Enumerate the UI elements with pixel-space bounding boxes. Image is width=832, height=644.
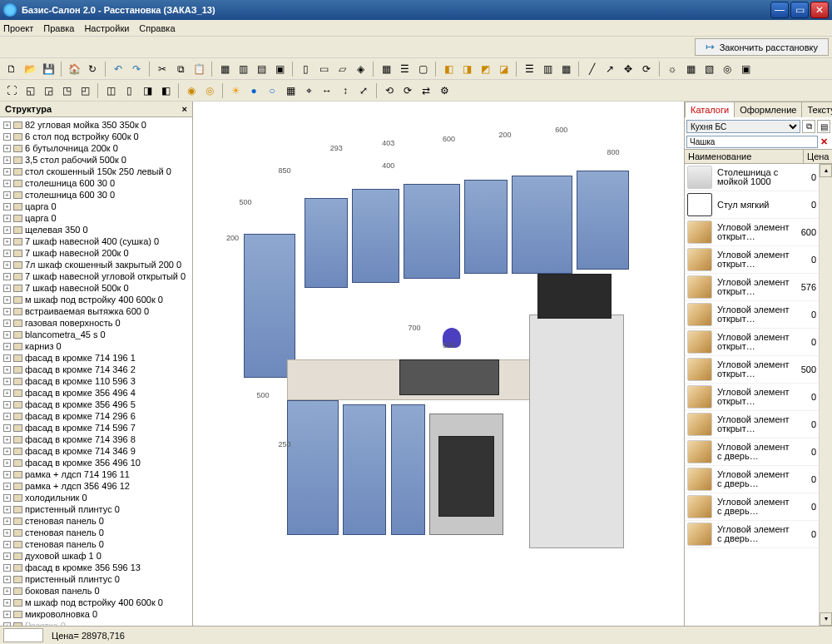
dim1-icon[interactable]: ↔ (319, 82, 335, 99)
cube-c-icon[interactable]: ◩ (477, 61, 493, 77)
tool-d-icon[interactable]: ▣ (271, 61, 288, 77)
flip-icon[interactable]: ⇄ (418, 82, 434, 99)
expand-icon[interactable]: + (3, 389, 11, 397)
open-icon[interactable]: 📂 (22, 61, 38, 77)
expand-icon[interactable]: + (3, 331, 11, 339)
expand-icon[interactable]: + (3, 308, 11, 315)
cube2-icon[interactable]: ◲ (40, 82, 57, 99)
light-icon[interactable]: ☼ (664, 61, 681, 77)
panel2-icon[interactable]: ▦ (557, 61, 574, 77)
cut-icon[interactable]: ✂ (154, 61, 171, 77)
dim2-icon[interactable]: ↕ (337, 82, 354, 99)
expand-icon[interactable]: + (3, 133, 11, 141)
tree-item[interactable]: +пристенный плинтус 0 (0, 573, 192, 585)
tree-item[interactable]: +стеновая панель 0 (0, 527, 192, 538)
view-top-icon[interactable]: ▱ (334, 61, 350, 77)
panel-icon[interactable]: ▥ (539, 61, 556, 77)
tree-item[interactable]: +фасад в кромке 356 496 10 (0, 457, 192, 468)
undo-icon[interactable]: ↶ (110, 61, 126, 77)
catalog-item[interactable]: Угловой элемент открыт…576 (685, 274, 819, 301)
catalog-item[interactable]: Угловой элемент открыт…0 (685, 301, 819, 329)
expand-icon[interactable]: + (3, 471, 11, 478)
dot2-icon[interactable]: ○ (264, 82, 280, 99)
outline-icon[interactable]: ▢ (414, 61, 431, 77)
tree-item[interactable]: +рамка + лдсп 356 496 12 (0, 480, 192, 492)
catalog-item[interactable]: Угловой элемент открыт…0 (685, 384, 819, 411)
col-price[interactable]: Цена (804, 150, 832, 163)
tool-x-icon[interactable]: ◎ (719, 61, 735, 77)
catalog-item[interactable]: Стул мягкий0 (685, 191, 819, 219)
expand-icon[interactable]: + (3, 413, 11, 420)
view-front-icon[interactable]: ▯ (297, 61, 314, 77)
catalog-item[interactable]: Угловой элемент открыт…0 (685, 246, 819, 274)
expand-icon[interactable]: + (3, 587, 11, 595)
color-icon[interactable]: ▧ (701, 61, 717, 77)
tree-item[interactable]: +фасад в кромке 714 596 7 (0, 422, 192, 433)
tree-item[interactable]: +фасад в кромке 110 596 3 (0, 375, 192, 387)
expand-icon[interactable]: + (3, 552, 11, 560)
expand-icon[interactable]: + (3, 145, 11, 152)
expand-icon[interactable]: + (3, 180, 11, 187)
expand-icon[interactable]: + (3, 168, 11, 176)
cube-a-icon[interactable]: ◧ (440, 61, 457, 77)
scroll-down-icon[interactable]: ▾ (820, 612, 832, 626)
viewport-3d[interactable]: 293 403 600 200 600 800 850 400 500 200 … (193, 102, 684, 626)
tab-catalogs[interactable]: Каталоги (685, 102, 735, 117)
menu-project[interactable]: Проект (3, 23, 33, 33)
expand-icon[interactable]: + (3, 564, 11, 572)
expand-icon[interactable]: + (3, 401, 11, 409)
refresh-icon[interactable]: ↻ (84, 61, 101, 77)
redo-icon[interactable]: ↷ (128, 61, 145, 77)
menu-help[interactable]: Справка (139, 23, 175, 33)
scroll-up-icon[interactable]: ▴ (820, 164, 832, 177)
sun-icon[interactable]: ☀ (227, 82, 244, 99)
cubes-b-icon[interactable]: ▯ (121, 82, 137, 99)
tree-item[interactable]: +боковая панель 0 (0, 585, 192, 597)
tree-item[interactable]: +фасад в кромке 714 346 2 (0, 364, 192, 375)
expand-icon[interactable]: + (3, 436, 11, 443)
expand-icon[interactable]: + (3, 261, 11, 269)
catalog-select[interactable]: Кухня БС (686, 120, 800, 133)
expand-icon[interactable]: + (3, 121, 11, 129)
tree-item[interactable]: +царга 0 (0, 201, 192, 212)
expand-icon[interactable]: + (3, 354, 11, 362)
tree-item[interactable]: +Розетка 0 (0, 620, 192, 626)
expand-icon[interactable]: + (3, 156, 11, 164)
zoom-fit-icon[interactable]: ⛶ (3, 82, 20, 99)
tree-item[interactable]: +рамка + лдсп 714 196 11 (0, 468, 192, 480)
tree-item[interactable]: +встраиваемая вытяжка 600 0 (0, 305, 192, 317)
layers-icon[interactable]: ☰ (396, 61, 413, 77)
list-view-icon[interactable]: ▤ (817, 120, 830, 133)
expand-icon[interactable]: + (3, 191, 11, 199)
catalog-item[interactable]: Угловой элемент открыт…500 (685, 356, 819, 384)
tree-item[interactable]: +пристенный плинтус 0 (0, 503, 192, 515)
tree-item[interactable]: +фасад в кромке 356 596 13 (0, 562, 192, 573)
clear-search-icon[interactable]: ✕ (818, 136, 830, 147)
tree-item[interactable]: +7 шкаф навесной 400 (сушка) 0 (0, 235, 192, 247)
rot2-icon[interactable]: ⟳ (399, 82, 416, 99)
tree-item[interactable]: +м шкаф под встройку 400 600к 0 (0, 294, 192, 305)
expand-icon[interactable]: + (3, 215, 11, 222)
expand-icon[interactable]: + (3, 459, 11, 467)
tree-item[interactable]: +фасад в кромке 356 496 5 (0, 399, 192, 410)
expand-icon[interactable]: + (3, 285, 11, 292)
catalog-search-input[interactable] (686, 136, 818, 148)
cubes-d-icon[interactable]: ◧ (157, 82, 174, 99)
tree-item[interactable]: +фасад в кромке 714 346 9 (0, 445, 192, 457)
tree-item[interactable]: +столешница 600 30 0 (0, 189, 192, 201)
tree-item[interactable]: +7л шкаф скошенный закрытый 200 0 (0, 259, 192, 270)
expand-icon[interactable]: + (3, 378, 11, 385)
cube1-icon[interactable]: ◱ (22, 82, 38, 99)
tree-item[interactable]: +микроволновка 0 (0, 608, 192, 620)
expand-icon[interactable]: + (3, 296, 11, 304)
minimize-button[interactable]: — (770, 2, 789, 18)
expand-icon[interactable]: + (3, 424, 11, 432)
expand-icon[interactable]: + (3, 576, 11, 583)
tree-item[interactable]: +холодильник 0 (0, 492, 192, 503)
tree-item[interactable]: +фасад в кромке 714 196 1 (0, 352, 192, 364)
cube4-icon[interactable]: ◰ (77, 82, 93, 99)
tree-item[interactable]: +82 угловая мойка 350 350к 0 (0, 119, 192, 131)
view-iso-icon[interactable]: ◈ (352, 61, 369, 77)
expand-icon[interactable]: + (3, 320, 11, 327)
tree-item[interactable]: +6 стол под встройку 600к 0 (0, 131, 192, 142)
